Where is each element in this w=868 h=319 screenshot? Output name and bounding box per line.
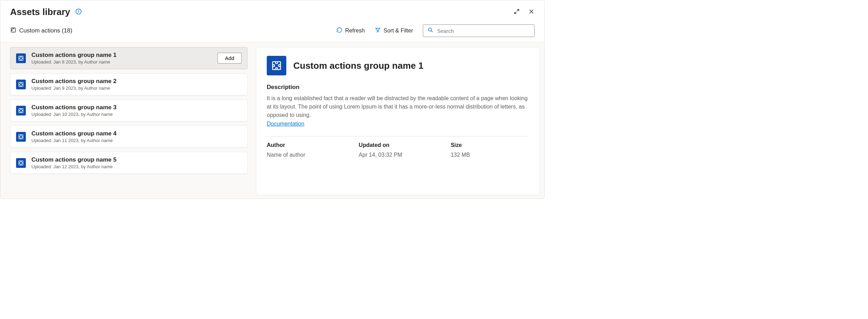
puzzle-icon [16, 132, 26, 142]
actions-area: Refresh Sort & Filter [336, 24, 535, 37]
size-value: 132 MB [451, 152, 529, 158]
search-box[interactable] [423, 24, 535, 37]
updated-value: Apr 14, 03:32 PM [359, 152, 436, 158]
description-heading: Description [267, 84, 529, 91]
list-item-title: Custom actions group name 5 [31, 156, 242, 163]
content: Custom actions group name 1Uploaded: Jan… [0, 42, 544, 199]
detail-title: Custom actions group name 1 [293, 60, 424, 71]
tab-label: Custom actions (18) [19, 27, 72, 34]
meta-updated: Updated on Apr 14, 03:32 PM [359, 142, 436, 158]
list-item-text: Custom actions group name 3Uploaded: Jan… [31, 104, 242, 117]
list-item-meta: Uploaded: Jan 9 2023, by Author name [31, 86, 242, 91]
svg-rect-12 [19, 161, 23, 165]
list-item-title: Custom actions group name 4 [31, 130, 242, 137]
list-item-text: Custom actions group name 1Uploaded: Jan… [31, 52, 212, 65]
refresh-icon [336, 27, 343, 35]
list-item-title: Custom actions group name 2 [31, 78, 242, 85]
meta-author: Author Name of author [267, 142, 345, 158]
search-input[interactable] [437, 28, 530, 34]
list-item[interactable]: Custom actions group name 3Uploaded: Jan… [10, 99, 248, 121]
author-label: Author [267, 142, 345, 148]
svg-rect-9 [19, 82, 23, 87]
assets-library-panel: Assets library Custom actions (18) [0, 0, 545, 199]
description-text: It is a long established fact that a rea… [267, 94, 529, 119]
expand-icon[interactable] [514, 8, 520, 16]
meta-size: Size 132 MB [451, 142, 529, 158]
svg-point-2 [79, 10, 79, 10]
divider [267, 136, 529, 136]
title-area: Assets library [10, 7, 82, 17]
header: Assets library [0, 0, 544, 20]
list-item-title: Custom actions group name 3 [31, 104, 242, 111]
puzzle-icon [16, 53, 26, 63]
meta-grid: Author Name of author Updated on Apr 14,… [267, 142, 529, 158]
list-item-meta: Uploaded: Jan 10 2023, by Author name [31, 112, 242, 117]
page-title: Assets library [10, 7, 70, 17]
list-item[interactable]: Custom actions group name 4Uploaded: Jan… [10, 126, 248, 148]
list-item-meta: Uploaded: Jan 12 2023, by Author name [31, 164, 242, 169]
info-icon[interactable] [75, 8, 82, 16]
puzzle-icon [267, 56, 286, 75]
list-item-text: Custom actions group name 4Uploaded: Jan… [31, 130, 242, 143]
svg-line-7 [431, 31, 433, 32]
svg-rect-13 [273, 62, 281, 70]
list-item[interactable]: Custom actions group name 2Uploaded: Jan… [10, 73, 248, 95]
puzzle-icon [16, 106, 26, 116]
svg-rect-11 [19, 135, 23, 139]
list-item-text: Custom actions group name 5Uploaded: Jan… [31, 156, 242, 169]
detail-pane: Custom actions group name 1 Description … [256, 47, 539, 195]
sort-filter-label: Sort & Filter [384, 28, 413, 34]
author-value: Name of author [267, 152, 345, 158]
list-pane: Custom actions group name 1Uploaded: Jan… [10, 42, 248, 195]
list-item[interactable]: Custom actions group name 1Uploaded: Jan… [10, 47, 248, 69]
list-item-text: Custom actions group name 2Uploaded: Jan… [31, 78, 242, 91]
list-item-title: Custom actions group name 1 [31, 52, 212, 59]
search-icon [427, 27, 434, 35]
svg-rect-10 [19, 109, 23, 113]
close-icon[interactable] [528, 8, 535, 16]
sort-filter-button[interactable]: Sort & Filter [375, 27, 413, 35]
svg-rect-8 [19, 56, 23, 60]
size-label: Size [451, 142, 529, 148]
refresh-label: Refresh [345, 28, 365, 34]
tab-custom-actions[interactable]: Custom actions (18) [10, 27, 72, 35]
list-item-meta: Uploaded: Jan 11 2023, by Author name [31, 138, 242, 143]
svg-rect-5 [11, 28, 15, 32]
detail-header: Custom actions group name 1 [267, 56, 529, 75]
svg-point-6 [428, 28, 432, 31]
puzzle-icon [16, 158, 26, 168]
window-controls [514, 8, 535, 16]
puzzle-icon [16, 80, 26, 89]
filter-icon [375, 27, 381, 35]
list-item-meta: Uploaded: Jan 8 2023, by Author name [31, 59, 212, 65]
refresh-button[interactable]: Refresh [336, 27, 365, 35]
documentation-link[interactable]: Documentation [267, 121, 304, 127]
add-button[interactable]: Add [218, 53, 242, 64]
puzzle-icon [10, 27, 16, 35]
toolbar: Custom actions (18) Refresh Sort & Filte… [0, 20, 544, 42]
updated-label: Updated on [359, 142, 436, 148]
list-item[interactable]: Custom actions group name 5Uploaded: Jan… [10, 152, 248, 174]
